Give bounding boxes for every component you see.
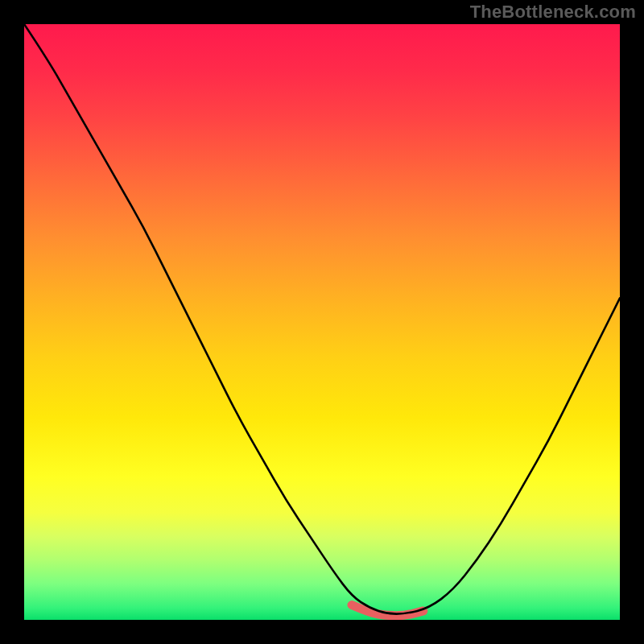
curve-layer	[24, 24, 620, 620]
watermark-text: TheBottleneck.com	[470, 2, 636, 23]
plot-area	[24, 24, 620, 620]
bottleneck-curve	[24, 24, 620, 614]
chart-frame: TheBottleneck.com	[0, 0, 644, 644]
